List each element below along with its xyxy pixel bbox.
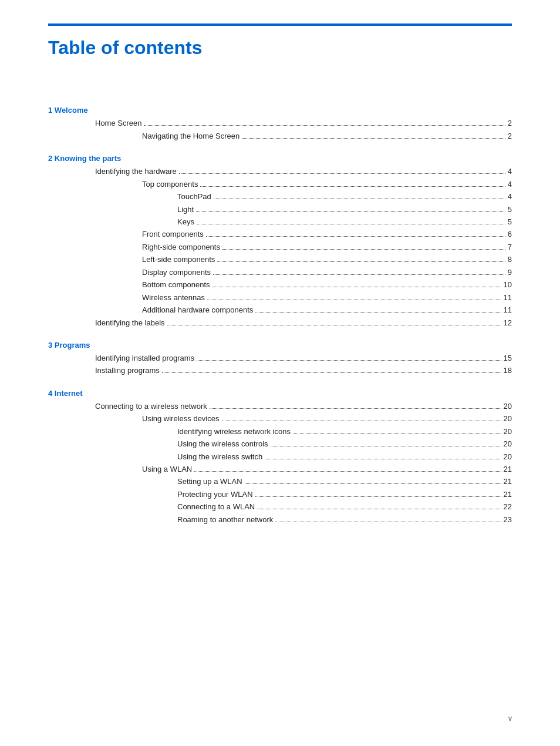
- toc-entry: Protecting your WLAN21: [48, 488, 512, 500]
- toc-label: Home Screen: [95, 117, 141, 129]
- toc-page: 10: [504, 278, 512, 291]
- toc-dots: [275, 522, 501, 522]
- toc-label: Using a WLAN: [142, 463, 192, 475]
- toc-label: Using the wireless switch: [177, 451, 262, 463]
- toc-dots: [242, 138, 505, 139]
- chapter-heading: 3 Programs: [48, 341, 512, 350]
- toc-dots: [217, 261, 505, 262]
- toc-entry: Keys5: [48, 216, 512, 228]
- toc-page: 20: [504, 400, 512, 412]
- toc-entry: Display components9: [48, 266, 512, 278]
- toc-page: 4: [508, 178, 512, 190]
- toc-dots: [207, 300, 501, 300]
- chapter-heading: 4 Internet: [48, 389, 512, 398]
- toc-dots: [196, 211, 505, 212]
- toc-label: Installing programs: [95, 364, 160, 377]
- toc-entry: Bottom components10: [48, 278, 512, 291]
- toc-label: Connecting to a WLAN: [177, 500, 255, 513]
- toc-entry: Identifying wireless network icons20: [48, 425, 512, 438]
- top-border: [48, 23, 512, 26]
- toc-entry: Identifying the hardware4: [48, 165, 512, 177]
- toc-label: Using the wireless controls: [177, 438, 268, 450]
- toc-entry: Using the wireless switch20: [48, 451, 512, 463]
- toc-entry: Home Screen2: [48, 117, 512, 129]
- toc-label: Keys: [177, 216, 194, 228]
- toc-entry: Connecting to a wireless network20: [48, 400, 512, 412]
- toc-entry: Navigating the Home Screen2: [48, 130, 512, 142]
- toc-entry: Setting up a WLAN21: [48, 475, 512, 488]
- chapter-heading: 2 Knowing the parts: [48, 154, 512, 163]
- footer-page-number: v: [508, 714, 512, 723]
- toc-label: Identifying wireless network icons: [177, 425, 291, 438]
- toc-dots: [213, 274, 505, 275]
- toc-page: 12: [504, 317, 512, 329]
- toc-page: 23: [504, 513, 512, 526]
- toc-page: 11: [504, 304, 512, 316]
- toc-entry: Identifying installed programs15: [48, 352, 512, 364]
- toc-dots: [214, 199, 505, 199]
- toc-page: 4: [508, 165, 512, 177]
- toc-label: Light: [177, 203, 194, 216]
- toc-page: 21: [504, 463, 512, 475]
- toc-page: 20: [504, 438, 512, 450]
- toc-entry: Front components6: [48, 228, 512, 240]
- toc-label: Wireless antennas: [142, 291, 205, 304]
- toc-label: Setting up a WLAN: [177, 475, 242, 488]
- toc-page: 5: [508, 216, 512, 228]
- toc-dots: [222, 249, 505, 250]
- toc-label: Protecting your WLAN: [177, 488, 253, 500]
- toc-page: 2: [508, 117, 512, 129]
- toc-dots: [206, 236, 505, 237]
- chapter-heading: 1 Welcome: [48, 106, 512, 115]
- toc-label: Identifying the labels: [95, 317, 165, 329]
- toc-dots: [255, 312, 501, 312]
- toc-page: 15: [504, 352, 512, 364]
- toc-page: 20: [504, 425, 512, 438]
- toc-dots: [162, 372, 501, 373]
- toc-dots: [265, 459, 501, 459]
- toc-page: 11: [504, 291, 512, 304]
- toc-dots: [222, 421, 501, 421]
- chapter-section: 3 ProgramsIdentifying installed programs…: [48, 341, 512, 377]
- toc-entry: Additional hardware components11: [48, 304, 512, 316]
- toc-label: Front components: [142, 228, 204, 240]
- toc-dots: [210, 408, 501, 409]
- toc-page: 9: [508, 266, 512, 278]
- toc-entry: Installing programs18: [48, 364, 512, 377]
- toc-dots: [271, 446, 501, 446]
- toc-label: Using wireless devices: [142, 412, 220, 425]
- toc-dots: [245, 483, 501, 484]
- toc-dots: [194, 471, 501, 472]
- toc-entry: Wireless antennas11: [48, 291, 512, 304]
- chapter-section: 2 Knowing the partsIdentifying the hardw…: [48, 154, 512, 329]
- toc-label: Navigating the Home Screen: [142, 130, 239, 142]
- toc-label: Additional hardware components: [142, 304, 253, 316]
- toc-page: 22: [504, 500, 512, 513]
- toc-entry: Using the wireless controls20: [48, 438, 512, 450]
- toc-page: 18: [504, 364, 512, 377]
- toc-dots: [197, 360, 501, 361]
- toc-entry: Using wireless devices20: [48, 412, 512, 425]
- toc-page: 21: [504, 475, 512, 488]
- toc-label: Identifying the hardware: [95, 165, 177, 177]
- toc-entry: Identifying the labels12: [48, 317, 512, 329]
- toc-page: 5: [508, 203, 512, 216]
- toc-label: TouchPad: [177, 190, 211, 203]
- toc-entry: Connecting to a WLAN22: [48, 500, 512, 513]
- toc-dots: [167, 325, 501, 325]
- toc-dots: [197, 224, 505, 224]
- toc-entry: Using a WLAN21: [48, 463, 512, 475]
- toc-page: 20: [504, 451, 512, 463]
- toc-page: 20: [504, 412, 512, 425]
- toc-dots: [144, 125, 505, 126]
- toc-label: Right-side components: [142, 241, 220, 253]
- chapter-section: 4 InternetConnecting to a wireless netwo…: [48, 389, 512, 526]
- page-title: Table of contents: [48, 36, 512, 59]
- toc-dots: [257, 509, 501, 509]
- toc-page: 8: [508, 253, 512, 266]
- toc-label: Display components: [142, 266, 211, 278]
- toc-container: 1 WelcomeHome Screen2Navigating the Home…: [48, 106, 512, 526]
- toc-page: 6: [508, 228, 512, 240]
- toc-dots: [200, 186, 505, 187]
- toc-label: Left-side components: [142, 253, 215, 266]
